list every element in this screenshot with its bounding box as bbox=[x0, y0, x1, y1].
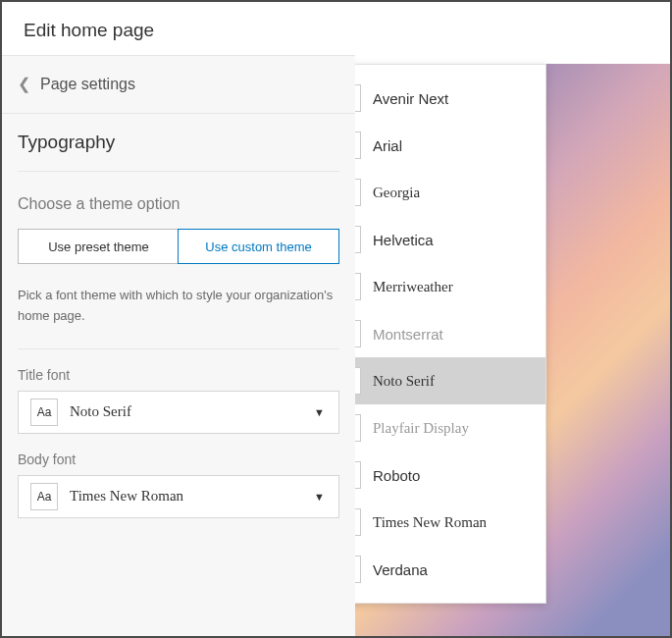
tab-use-custom-theme[interactable]: Use custom theme bbox=[178, 229, 339, 264]
font-option-label: Georgia bbox=[373, 185, 420, 201]
helper-text: Pick a font theme with which to style yo… bbox=[18, 286, 339, 349]
title-font-label: Title font bbox=[18, 349, 339, 391]
chevron-left-icon: ❮ bbox=[18, 77, 30, 92]
font-option-label: Helvetica bbox=[373, 232, 434, 248]
title-font-select[interactable]: Aa Noto Serif ▼ bbox=[18, 391, 339, 434]
font-option-label: Montserrat bbox=[373, 326, 443, 343]
theme-tabs: Use preset theme Use custom theme bbox=[18, 229, 339, 264]
page-title: Edit home page bbox=[2, 2, 670, 55]
aa-icon: Aa bbox=[30, 483, 58, 510]
font-option-label: Avenir Next bbox=[373, 90, 448, 107]
font-option-label: Arial bbox=[373, 137, 402, 154]
breadcrumb-page-settings[interactable]: ❮ Page settings bbox=[2, 55, 355, 114]
font-option-label: Times New Roman bbox=[373, 514, 487, 531]
choose-theme-label: Choose a theme option bbox=[18, 172, 339, 229]
font-option-label: Verdana bbox=[373, 561, 428, 578]
title-font-value: Noto Serif bbox=[70, 403, 131, 420]
body-font-select[interactable]: Aa Times New Roman ▼ bbox=[18, 475, 339, 518]
font-option-label: Roboto bbox=[373, 467, 420, 484]
caret-down-icon: ▼ bbox=[314, 491, 325, 503]
caret-down-icon: ▼ bbox=[314, 406, 325, 418]
aa-icon: Aa bbox=[30, 399, 58, 426]
breadcrumb-label: Page settings bbox=[40, 76, 135, 93]
tab-use-preset-theme[interactable]: Use preset theme bbox=[19, 230, 179, 263]
body-font-value: Times New Roman bbox=[70, 488, 183, 505]
font-option-label: Noto Serif bbox=[373, 373, 435, 390]
font-option-label: Merriweather bbox=[373, 279, 453, 295]
font-option-label: Playfair Display bbox=[373, 420, 469, 437]
typography-heading: Typography bbox=[18, 114, 339, 172]
body-font-label: Body font bbox=[18, 434, 339, 475]
